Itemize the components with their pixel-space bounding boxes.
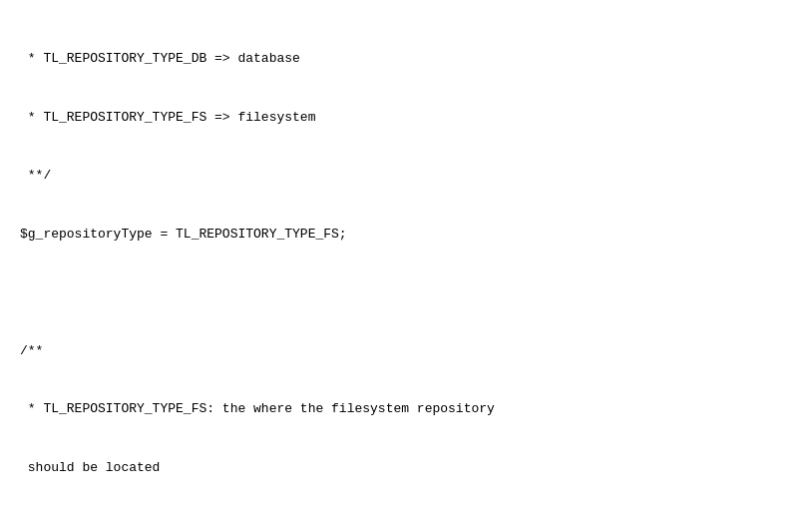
line-8: should be located	[20, 458, 792, 478]
line-6: /**	[20, 341, 792, 361]
line-1: * TL_REPOSITORY_TYPE_DB => database	[20, 49, 792, 69]
line-4: $g_repositoryType = TL_REPOSITORY_TYPE_F…	[20, 225, 792, 245]
line-5	[20, 282, 792, 302]
line-7: * TL_REPOSITORY_TYPE_FS: the where the f…	[20, 399, 792, 419]
line-3: **/	[20, 166, 792, 186]
line-2: * TL_REPOSITORY_TYPE_FS => filesystem	[20, 108, 792, 128]
code-container: * TL_REPOSITORY_TYPE_DB => database * TL…	[20, 10, 792, 518]
